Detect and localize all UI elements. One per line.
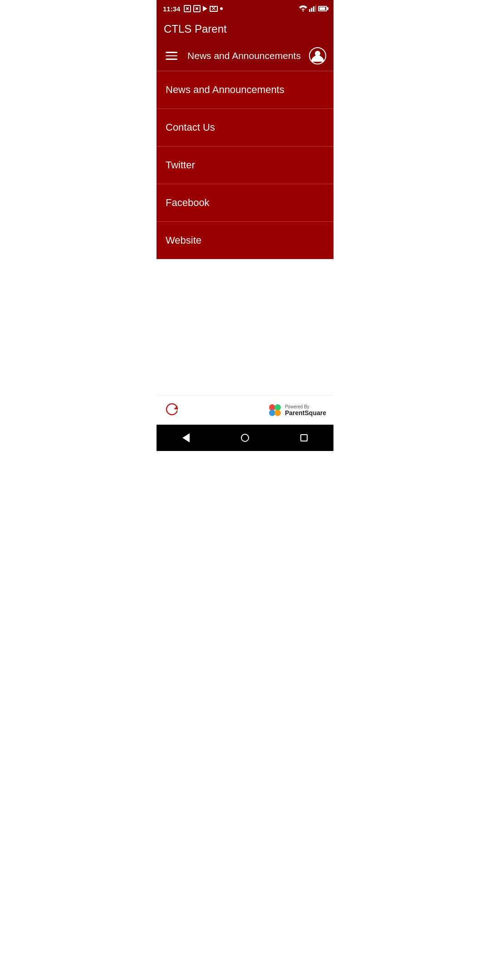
- footer: Powered By ParentSquare: [157, 395, 333, 425]
- svg-rect-0: [309, 9, 310, 12]
- app-icon-1: [184, 5, 191, 12]
- parentsquare-branding: Powered By ParentSquare: [268, 403, 326, 417]
- profile-button[interactable]: [309, 47, 326, 64]
- nav-header-title: News and Announcements: [187, 50, 301, 61]
- play-app-icon: [203, 6, 207, 11]
- svg-point-8: [274, 404, 281, 411]
- svg-point-9: [269, 410, 275, 416]
- menu-item-facebook-label: Facebook: [166, 197, 210, 209]
- svg-marker-6: [174, 406, 177, 409]
- menu-item-contact-label: Contact Us: [166, 122, 215, 133]
- nav-header: News and Announcements: [157, 43, 333, 71]
- menu-item-website[interactable]: Website: [157, 222, 333, 259]
- svg-rect-2: [313, 6, 314, 12]
- parentsquare-text: Powered By ParentSquare: [285, 404, 326, 416]
- menu-item-website-label: Website: [166, 235, 201, 246]
- mail-app-icon: [210, 6, 218, 12]
- wifi-icon: [299, 5, 307, 12]
- status-bar-right: [299, 5, 327, 12]
- status-bar-left: 11:34: [163, 5, 223, 13]
- status-app-icons: [184, 5, 223, 12]
- parentsquare-logo-icon: [268, 403, 282, 417]
- svg-point-10: [274, 410, 281, 416]
- android-home-button[interactable]: [241, 434, 249, 442]
- app-title-bar: CTLS Parent: [157, 17, 333, 43]
- powered-by-text: Powered By: [285, 404, 326, 409]
- hamburger-line-1: [166, 52, 177, 53]
- signal-icon: [309, 5, 316, 12]
- menu-item-contact[interactable]: Contact Us: [157, 109, 333, 147]
- content-area: [157, 259, 333, 395]
- menu-item-news-label: News and Announcements: [166, 84, 284, 96]
- brand-name: ParentSquare: [285, 409, 326, 416]
- android-nav-bar: [157, 425, 333, 451]
- hamburger-line-3: [166, 59, 177, 60]
- android-back-button[interactable]: [182, 433, 190, 442]
- menu-list: News and Announcements Contact Us Twitte…: [157, 71, 333, 259]
- menu-item-twitter-label: Twitter: [166, 159, 195, 171]
- menu-item-news[interactable]: News and Announcements: [157, 71, 333, 109]
- menu-item-twitter[interactable]: Twitter: [157, 147, 333, 184]
- app-title: CTLS Parent: [164, 23, 227, 35]
- menu-item-facebook[interactable]: Facebook: [157, 184, 333, 222]
- svg-rect-1: [311, 8, 313, 12]
- refresh-button[interactable]: [164, 401, 180, 419]
- svg-point-7: [269, 404, 275, 411]
- battery-icon: [318, 6, 327, 11]
- status-bar: 11:34: [157, 0, 333, 17]
- app-icon-2: [193, 5, 201, 12]
- svg-rect-3: [315, 5, 317, 12]
- hamburger-line-2: [166, 55, 177, 57]
- notification-dot: [220, 7, 223, 10]
- status-time: 11:34: [163, 5, 180, 13]
- hamburger-menu-button[interactable]: [164, 50, 179, 62]
- android-recents-button[interactable]: [300, 434, 308, 441]
